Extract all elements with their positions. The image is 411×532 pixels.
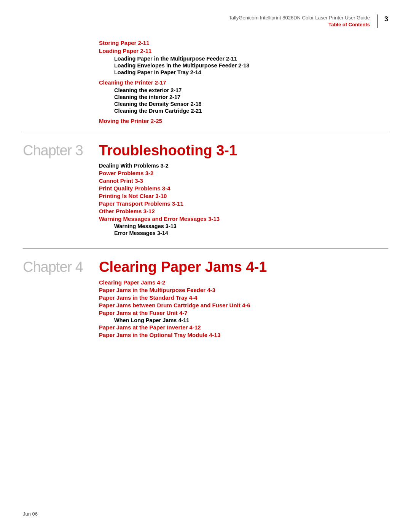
ch2-cleaning-printer[interactable]: Cleaning the Printer 2-17 <box>99 79 388 86</box>
chapter3-content: Troubleshooting 3-1 Dealing With Problem… <box>99 143 388 237</box>
chapter4-label: Chapter 4 <box>23 259 99 275</box>
chapter4-content: Clearing Paper Jams 4-1 Clearing Paper J… <box>99 259 388 339</box>
page-footer: Jun 06 <box>23 511 38 517</box>
footer-date: Jun 06 <box>23 511 38 517</box>
ch3-warning-messages-sub: Warning Messages 3-13 <box>114 223 388 229</box>
ch3-power-problems[interactable]: Power Problems 3-2 <box>99 170 388 176</box>
header-title: TallyGenicom Intelliprint 8026DN Color L… <box>229 15 370 21</box>
chapter4-title[interactable]: Clearing Paper Jams 4-1 <box>99 259 388 275</box>
header-title-block: TallyGenicom Intelliprint 8026DN Color L… <box>229 14 370 28</box>
ch3-dealing-problems: Dealing With Problems 3-2 <box>99 163 388 169</box>
page-header: TallyGenicom Intelliprint 8026DN Color L… <box>0 0 411 28</box>
ch2-loading-envelopes: Loading Envelopes in the Multipurpose Fe… <box>114 62 388 69</box>
ch2-loading-paper-tray: Loading Paper in Paper Tray 2-14 <box>114 69 388 75</box>
header-subtitle: Table of Contents <box>328 22 370 27</box>
ch4-jams-standard-tray[interactable]: Paper Jams in the Standard Tray 4-4 <box>99 294 388 301</box>
chapter3-title[interactable]: Troubleshooting 3-1 <box>99 143 388 159</box>
chapter4-section: Chapter 4 Clearing Paper Jams 4-1 Cleari… <box>23 248 388 339</box>
ch2-cleaning-drum: Cleaning the Drum Cartridge 2-21 <box>114 108 388 114</box>
chapter3-items: Dealing With Problems 3-2 Power Problems… <box>99 163 388 236</box>
ch3-printing-not-clear[interactable]: Printing Is Not Clear 3-10 <box>99 193 388 199</box>
ch4-jams-paper-inverter[interactable]: Paper Jams at the Paper Inverter 4-12 <box>99 324 388 331</box>
ch4-jams-optional-tray[interactable]: Paper Jams in the Optional Tray Module 4… <box>99 332 388 338</box>
ch4-clearing-jams[interactable]: Clearing Paper Jams 4-2 <box>99 279 388 286</box>
ch2-cleaning-interior: Cleaning the interior 2-17 <box>114 94 388 100</box>
ch3-other-problems[interactable]: Other Problems 3-12 <box>99 208 388 214</box>
chapter3-section: Chapter 3 Troubleshooting 3-1 Dealing Wi… <box>23 132 388 237</box>
chapter3-label: Chapter 3 <box>23 143 99 159</box>
content-area: Storing Paper 2-11 Loading Paper 2-11 Lo… <box>0 28 411 366</box>
ch3-warning-messages[interactable]: Warning Messages and Error Messages 3-13 <box>99 216 388 222</box>
ch3-paper-transport[interactable]: Paper Transport Problems 3-11 <box>99 200 388 207</box>
ch4-jams-multipurpose[interactable]: Paper Jams in the Multipurpose Feeder 4-… <box>99 287 388 293</box>
ch2-moving-printer[interactable]: Moving the Printer 2-25 <box>99 118 388 124</box>
ch3-error-messages-sub: Error Messages 3-14 <box>114 230 388 236</box>
ch2-cleaning-density: Cleaning the Density Sensor 2-18 <box>114 101 388 107</box>
chapter4-items: Clearing Paper Jams 4-2 Paper Jams in th… <box>99 279 388 338</box>
ch2-loading-multipurpose: Loading Paper in the Multipurpose Feeder… <box>114 56 388 62</box>
ch3-cannot-print[interactable]: Cannot Print 3-3 <box>99 177 388 184</box>
ch2-cleaning-exterior: Cleaning the exterior 2-17 <box>114 87 388 93</box>
ch2-loading-paper[interactable]: Loading Paper 2-11 <box>99 48 388 54</box>
ch4-jams-fuser-unit[interactable]: Paper Jams at the Fuser Unit 4-7 <box>99 310 388 316</box>
ch3-print-quality[interactable]: Print Quality Problems 3-4 <box>99 185 388 192</box>
ch2-storing-paper[interactable]: Storing Paper 2-11 <box>99 40 388 46</box>
ch4-jams-drum-fuser[interactable]: Paper Jams between Drum Cartridge and Fu… <box>99 302 388 308</box>
header-right: TallyGenicom Intelliprint 8026DN Color L… <box>229 14 388 28</box>
ch4-long-paper-jams: When Long Paper Jams 4-11 <box>114 317 388 323</box>
header-divider <box>377 14 378 28</box>
header-page-number: 3 <box>384 14 388 23</box>
chapter2-continuation: Storing Paper 2-11 Loading Paper 2-11 Lo… <box>99 40 388 124</box>
